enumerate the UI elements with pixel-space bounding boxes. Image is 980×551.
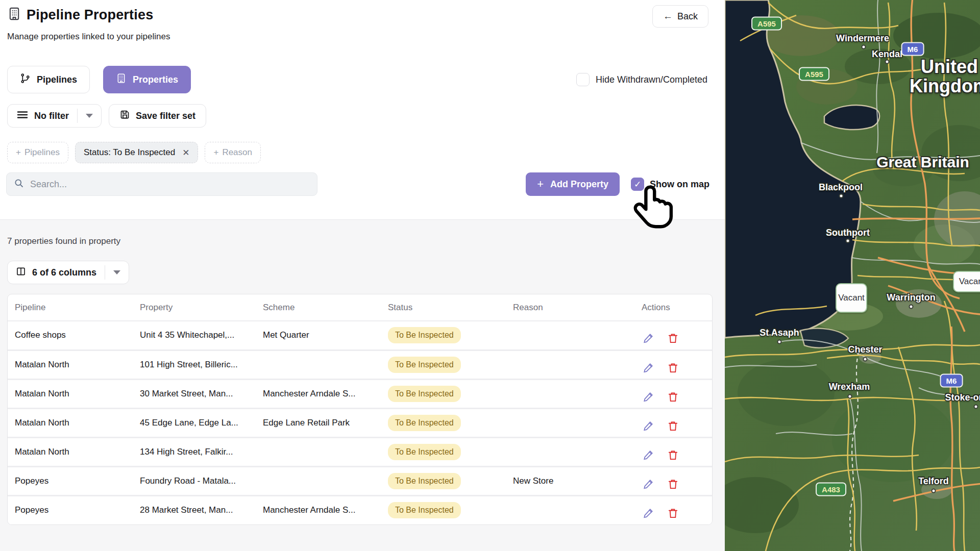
trash-icon [667,367,679,375]
edit-button[interactable] [642,449,655,462]
edit-button[interactable] [642,362,655,375]
cell-status: To Be Inspected [381,379,506,408]
road-badge-m6: M6 [901,42,924,56]
remove-filter-icon[interactable]: ✕ [182,147,189,158]
table-row[interactable]: Matalan North30 Market Street, Man...Man… [8,379,713,408]
cell-status: To Be Inspected [381,495,506,524]
cell-pipeline: Popeyes [8,495,133,524]
cell-reason [506,350,634,379]
cell-actions [634,437,713,466]
back-button[interactable]: ← Back [652,5,708,28]
building-icon [116,72,127,87]
delete-button[interactable] [666,478,679,491]
save-filter-set-button[interactable]: Save filter set [109,104,206,128]
cell-property: 101 High Street, Billeric... [133,350,256,379]
column-header-property: Property [133,294,256,321]
map[interactable]: UnitedKingdomGreat BritainWindermereKend… [725,0,980,551]
table-row[interactable]: Matalan North101 High Street, Billeric..… [8,350,713,379]
no-filter-button[interactable]: No filter [7,104,102,128]
map-city-dot [862,45,866,49]
trash-icon [667,455,679,462]
search-box[interactable] [6,172,317,196]
table-row[interactable]: Coffee shopsUnit 4 35 Whitechapel,...Met… [8,321,713,350]
edit-button[interactable] [642,332,655,345]
search-input[interactable] [30,179,310,190]
page-header: Pipeline Properties [7,6,713,23]
cell-actions [634,321,713,350]
tab-pipelines[interactable]: Pipelines [7,66,90,93]
cell-reason [506,437,634,466]
plus-icon: + [213,147,218,158]
map-city-label: Windermere [836,33,889,44]
no-filter-label: No filter [34,111,77,121]
page-subtitle: Manage properties linked to your pipelin… [7,32,170,42]
add-reason-filter-chip[interactable]: + Reason [205,142,261,163]
delete-button[interactable] [666,332,679,345]
pencil-icon [643,484,654,491]
cell-actions [634,408,713,437]
save-filter-set-label: Save filter set [136,111,195,121]
column-header-pipeline: Pipeline [8,294,133,321]
properties-panel: Pipeline Properties Manage properties li… [0,0,725,551]
edit-button[interactable] [642,507,655,520]
cell-pipeline: Matalan North [8,437,133,466]
building-icon [7,6,21,23]
status-badge: To Be Inspected [388,444,461,460]
edit-button[interactable] [642,478,655,491]
hide-withdrawn-toggle[interactable]: Hide Withdrawn/Completed [576,73,707,86]
status-filter-chip[interactable]: Status: To Be Inspected ✕ [75,142,199,163]
cell-status: To Be Inspected [381,408,506,437]
cell-reason [506,379,634,408]
chip-label: Reason [222,147,252,158]
map-marker-vacant[interactable]: Vacant [953,271,980,292]
map-city-label: Blackpool [819,182,863,193]
cell-pipeline: Matalan North [8,379,133,408]
cell-pipeline: Popeyes [8,466,133,495]
cell-reason [506,321,634,350]
map-marker-vacant[interactable]: Vacant [836,283,867,313]
delete-button[interactable] [666,449,679,462]
cell-scheme: Edge Lane Retail Park [256,408,381,437]
properties-table-card: PipelinePropertySchemeStatusReasonAction… [7,294,713,525]
filter-bar: No filter Save filter set [7,104,206,128]
results-section: 7 properties found in property 6 of 6 co… [0,219,725,551]
check-icon: ✓ [634,179,641,190]
map-city-dot [846,239,850,243]
delete-button[interactable] [666,362,679,375]
hide-withdrawn-checkbox[interactable] [576,73,590,86]
chevron-down-icon[interactable] [86,114,93,118]
cell-property: 28 Market Street, Man... [133,495,256,524]
map-city-dot [974,405,978,409]
table-row[interactable]: PopeyesFoundry Road - Matala...To Be Ins… [8,466,713,495]
cell-status: To Be Inspected [381,466,506,495]
delete-button[interactable] [666,507,679,520]
plus-icon: + [16,147,21,158]
tabs-row: Pipelines Properties Hide Withdrawn/Comp… [7,65,713,94]
page-title: Pipeline Properties [27,7,153,23]
table-row[interactable]: Matalan North134 High Street, Falkir...T… [8,437,713,466]
delete-button[interactable] [666,420,679,433]
chevron-down-icon[interactable] [113,270,120,274]
show-on-map-toggle[interactable]: ✓ Show on map [631,178,709,191]
map-region-label: UnitedKingdom [910,57,980,96]
cell-status: To Be Inspected [381,350,506,379]
edit-button[interactable] [642,420,655,433]
edit-button[interactable] [642,391,655,404]
delete-button[interactable] [666,391,679,404]
pencil-icon [643,425,654,433]
pencil-icon [643,367,654,375]
columns-button[interactable]: 6 of 6 columns [7,261,129,284]
cell-pipeline: Matalan North [8,350,133,379]
add-pipelines-filter-chip[interactable]: + Pipelines [7,142,68,163]
search-actions-row: + Add Property ✓ Show on map [6,172,713,196]
map-city-dot [863,357,868,362]
show-on-map-checkbox[interactable]: ✓ [631,178,644,191]
column-header-status: Status [381,294,506,321]
map-city-label: Warrington [887,292,935,303]
map-city-dot [839,194,844,198]
table-row[interactable]: Popeyes28 Market Street, Man...Mancheste… [8,495,713,524]
tab-properties[interactable]: Properties [103,66,191,93]
status-badge: To Be Inspected [388,473,461,489]
table-row[interactable]: Matalan North45 Edge Lane, Edge La...Edg… [8,408,713,437]
add-property-button[interactable]: + Add Property [526,172,620,196]
